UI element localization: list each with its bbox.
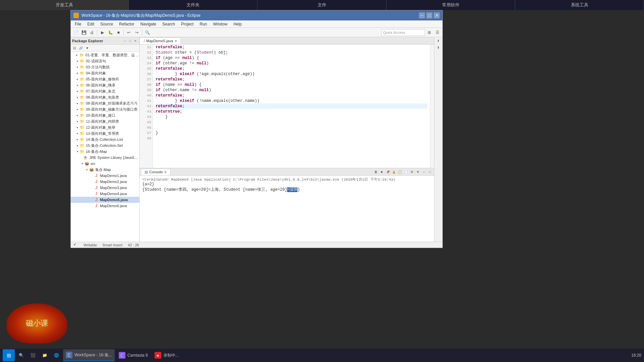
toolbar-perspective[interactable]: ⊞ [426, 29, 433, 36]
tree-item[interactable]: ▸📁07-面向对象_多态 [71, 88, 139, 94]
console-stop-btn[interactable]: ■ [379, 169, 384, 175]
tree-item[interactable]: ▸📁01-变量、常量、数据类型、运算符 [71, 52, 139, 58]
console-tab[interactable]: ▤ Console ✕ [141, 169, 170, 175]
code-line: return false; [156, 104, 427, 109]
tree-item[interactable]: ☕JRE System Library [JavaSE-1.8] [71, 155, 139, 161]
tree-arrow: ▸ [75, 59, 79, 63]
menu-file[interactable]: File [72, 21, 84, 27]
console-terminated-line: <terminated> MapDemo5 [Java Application]… [142, 177, 431, 182]
console-scroll-lock-btn[interactable]: 🔒 [391, 169, 396, 175]
tree-arrow: ▸ [75, 108, 79, 111]
console-copy-btn[interactable]: 📋 [397, 169, 402, 175]
menu-search[interactable]: Search [160, 21, 178, 27]
tree-item[interactable]: ▸📁14-集合-Collection-List [71, 136, 139, 142]
taskbar-task-view[interactable]: ⬛ [28, 349, 38, 361]
menu-window[interactable]: Window [210, 21, 230, 27]
tree-item[interactable]: ▾📁16-集合-Map [71, 148, 139, 155]
topbar-item-devtools[interactable]: 开发工具 [0, 0, 129, 10]
toolbar-debug[interactable]: 🐛 [107, 29, 114, 36]
taskbar-camtasia-icon: C [119, 352, 125, 359]
menu-run[interactable]: Run [197, 21, 210, 27]
toolbar-save[interactable]: 💾 [80, 29, 88, 36]
panel-collapse-btn[interactable]: ⊟ [71, 45, 77, 51]
tab-close-btn[interactable]: ✕ [174, 39, 177, 43]
tree-item[interactable]: ▸📁15-集合-Collection-Set [71, 142, 139, 148]
console-minimize-btn[interactable]: ─ [421, 169, 427, 175]
topbar-item-common[interactable]: 常用软件 [386, 0, 515, 10]
taskbar-folder-icon: 📁 [42, 353, 47, 358]
tree-item[interactable]: ▸📁11-面向对象_内部类 [71, 118, 139, 124]
taskbar-search[interactable]: 🔍 [16, 349, 26, 361]
console-tab-close[interactable]: ✕ [164, 170, 167, 174]
tree-item[interactable]: JMapDemo1.java [71, 173, 139, 179]
menu-navigate[interactable]: Navigate [138, 21, 159, 27]
tree-item[interactable]: JMapDemo2.java [71, 179, 139, 185]
quick-access-box[interactable]: Quick Access [381, 29, 425, 36]
tree-item[interactable]: ▸📁05-面向对象_修饰符 [71, 76, 139, 82]
panel-close-btn[interactable]: ✕ [133, 39, 138, 43]
tree-item[interactable]: ▸📁03-方法与数组 [71, 64, 139, 70]
tree-item[interactable]: ▸📁08-面向对象_封装继承多态习习 [71, 100, 139, 106]
console-menu-btn[interactable]: ▼ [415, 169, 421, 175]
taskbar-camtasia[interactable]: C Camtasia 9 [116, 349, 151, 361]
menu-edit[interactable]: Edit [85, 21, 97, 27]
tree-arrow: ▾ [80, 162, 84, 165]
maximize-button[interactable]: □ [426, 12, 432, 18]
tree-item[interactable]: ▾📦集合.Map [71, 167, 139, 173]
topbar-item-folder[interactable]: 文件夹 [129, 0, 258, 10]
tree-item[interactable]: ▸📁04-面向对象 [71, 70, 139, 76]
toolbar-print[interactable]: 🖨 [88, 29, 96, 36]
close-button[interactable]: ✕ [434, 12, 440, 18]
console-clear-btn[interactable]: 🗑 [373, 169, 378, 175]
panel-maximize-btn[interactable]: □ [128, 39, 132, 43]
panel-link-btn[interactable]: 🔗 [78, 45, 84, 51]
toolbar-undo[interactable]: ↩ [125, 29, 132, 36]
editor-scrollbar[interactable] [430, 45, 434, 168]
menu-help[interactable]: Help [231, 21, 245, 27]
toolbar-stop[interactable]: ■ [115, 29, 122, 36]
code-editor[interactable]: 313233343536373839404142434445464748 ret… [140, 45, 434, 168]
tree-item[interactable]: ▸📁13-面向对象_常用类 [71, 130, 139, 136]
console-maximize-btn[interactable]: □ [427, 169, 433, 175]
tree-item-icon: 📁 [79, 137, 85, 142]
topbar-item-system[interactable]: 系统工具 [515, 0, 644, 10]
tree-item[interactable]: ▾📦src [71, 161, 139, 167]
tree-item[interactable]: ▸📁06-面向对象_继承 [71, 82, 139, 88]
topbar-item-file[interactable]: 文件 [258, 0, 386, 10]
tree-item[interactable]: JMapDemo6.java [71, 203, 139, 209]
right-toolbar-btn1[interactable]: ⬆ [435, 38, 441, 44]
tree-item[interactable]: JMapDemo5.java [71, 197, 139, 203]
taskbar-recording[interactable]: ● 录制中... [152, 349, 181, 361]
panel-minimize-btn[interactable]: ─ [122, 39, 127, 43]
taskbar-eclipse[interactable]: E WorkSpace - 16-集... [63, 349, 115, 361]
right-toolbar-btn2[interactable]: ⬇ [435, 45, 441, 51]
toolbar-redo[interactable]: ↪ [133, 29, 141, 36]
panel-menu-btn[interactable]: ▼ [84, 45, 90, 51]
taskbar-browser[interactable]: 🌐 [51, 349, 62, 361]
tree-item[interactable]: ▸📁02-流程语句 [71, 58, 139, 64]
editor-tab-mapdemo5[interactable]: J MapDemo5.java ✕ [140, 38, 181, 44]
toolbar-search[interactable]: 🔍 [144, 29, 151, 36]
tree-item[interactable]: ▸📁08-面向对象_包装类 [71, 94, 139, 100]
menu-project[interactable]: Project [178, 21, 196, 27]
tree-arrow: ▸ [75, 96, 79, 99]
toolbar-run[interactable]: ▶ [99, 29, 106, 36]
console-pin-btn[interactable]: 📌 [385, 169, 390, 175]
toolbar-view[interactable]: ☰ [434, 29, 441, 36]
start-button[interactable]: ⊞ [3, 349, 15, 361]
code-content[interactable]: return false; Student other = (Student) … [153, 45, 430, 168]
console-body[interactable]: <terminated> MapDemo5 [Java Application]… [140, 176, 434, 242]
taskbar-file-explorer[interactable]: 📁 [40, 349, 50, 361]
tree-item[interactable]: ▸📁12-面向对象_枚举 [71, 124, 139, 130]
tree-item[interactable]: ▸📁10-面向对象_接口 [71, 112, 139, 118]
tree-item[interactable]: JMapDemo4.java [71, 191, 139, 197]
minimize-button[interactable]: ─ [419, 12, 425, 18]
console-paste-btn[interactable]: 📄 [403, 169, 409, 175]
console-settings-btn[interactable]: ⚙ [409, 169, 415, 175]
tree-item[interactable]: ▸📁09-面向对象_抽象方法与接口类 [71, 106, 139, 112]
menu-source[interactable]: Source [98, 21, 116, 27]
menu-refactor[interactable]: Refactor [116, 21, 137, 27]
toolbar-new[interactable]: 📄 [72, 29, 79, 36]
tree-item[interactable]: JMapDemo3.java [71, 185, 139, 191]
tree-item-label: MapDemo1.java [100, 174, 127, 178]
